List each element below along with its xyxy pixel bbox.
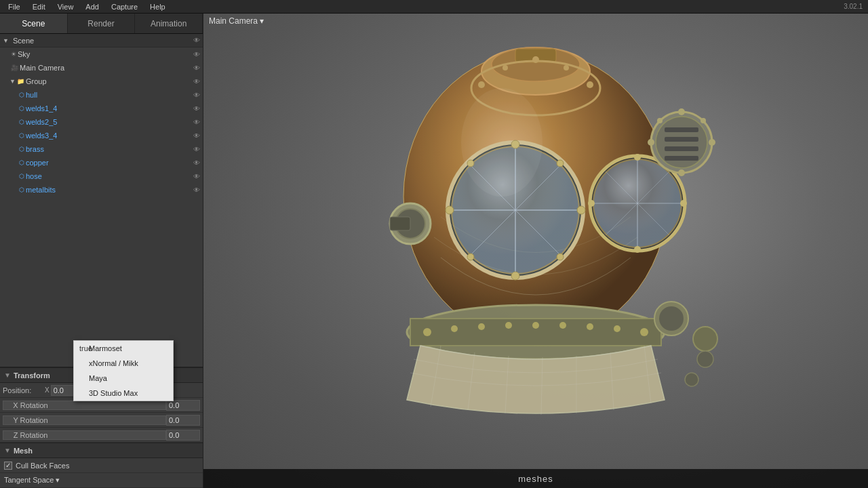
group-eye[interactable]: 👁: [193, 78, 200, 85]
menu-capture[interactable]: Capture: [106, 1, 143, 12]
svg-point-61: [659, 306, 684, 331]
z-rotation-slider[interactable]: Z Rotation: [3, 430, 166, 440]
svg-point-30: [634, 154, 641, 161]
hose-eye[interactable]: 👁: [193, 173, 200, 180]
tree-item-sky[interactable]: ☀ Sky 👁: [0, 47, 203, 61]
metalbits-icon: ⬡: [19, 186, 24, 193]
tree-item-brass[interactable]: ⬡ brass 👁: [0, 142, 203, 156]
sky-label: Sky: [18, 50, 30, 58]
svg-point-6: [587, 81, 593, 88]
svg-point-64: [685, 373, 698, 386]
menu-add[interactable]: Add: [80, 1, 104, 12]
viewport[interactable]: Main Camera ▾: [203, 14, 868, 488]
mesh-section: ▼ Mesh Cull Back Faces Tangent Space ▾: [0, 443, 203, 488]
menu-edit[interactable]: Edit: [27, 1, 51, 12]
group-label: Group: [26, 77, 47, 85]
svg-point-43: [709, 139, 715, 146]
y-rotation-input[interactable]: [166, 415, 200, 426]
tree-item-welds3[interactable]: ⬡ welds3_4 👁: [0, 129, 203, 142]
welds1-icon: ⬡: [19, 105, 24, 112]
statusbar: meshes: [203, 469, 868, 488]
svg-point-44: [657, 118, 663, 123]
svg-point-54: [505, 322, 512, 329]
copper-icon: ⬡: [19, 159, 24, 166]
cull-back-faces-row[interactable]: Cull Back Faces: [0, 458, 203, 473]
menu-file[interactable]: File: [3, 1, 26, 12]
y-rotation-label: Y Rotation: [3, 416, 58, 424]
welds1-eye[interactable]: 👁: [193, 105, 200, 113]
copper-eye[interactable]: 👁: [193, 159, 200, 167]
menubar: File Edit View Add Capture Help 3.02.1: [0, 0, 868, 14]
tree-item-hose[interactable]: ⬡ hose 👁: [0, 169, 203, 183]
marmoset-label: Marmoset: [89, 344, 122, 352]
status-text: meshes: [518, 474, 553, 484]
svg-rect-48: [390, 217, 410, 230]
scene-tree-header[interactable]: ▼ Scene 👁: [0, 34, 203, 47]
svg-point-8: [502, 65, 508, 70]
left-panel: Scene Render Animation ▼ Scene 👁 ☀ Sky 👁: [0, 14, 203, 488]
copper-label: copper: [26, 159, 49, 167]
camera-icon: 🎥: [11, 64, 18, 71]
menu-view[interactable]: View: [52, 1, 79, 12]
tabs-bar: Scene Render Animation: [0, 14, 203, 34]
transform-title: Transform: [14, 371, 50, 380]
metalbits-eye[interactable]: 👁: [193, 186, 200, 194]
svg-rect-37: [665, 137, 698, 142]
metalbits-label: metalbits: [26, 186, 56, 194]
app-version: 3.02.1: [844, 3, 863, 10]
group-icon: 📁: [17, 78, 24, 85]
y-rotation-slider[interactable]: Y Rotation: [3, 415, 166, 425]
welds1-label: welds1_4: [26, 104, 57, 113]
svg-point-55: [532, 322, 539, 329]
camera-eye[interactable]: 👁: [193, 64, 200, 72]
svg-rect-39: [665, 156, 698, 161]
hull-mesh-icon: ⬡: [19, 92, 24, 98]
svg-point-52: [451, 325, 458, 332]
tree-item-group[interactable]: ▼ 📁 Group 👁: [0, 75, 203, 88]
cull-back-faces-label: Cull Back Faces: [16, 462, 69, 470]
z-rotation-input[interactable]: [166, 430, 200, 441]
svg-point-40: [678, 108, 685, 115]
brass-eye[interactable]: 👁: [193, 146, 200, 153]
x-axis-label: X: [45, 386, 50, 394]
svg-rect-36: [665, 127, 698, 132]
svg-point-33: [680, 200, 687, 207]
hull-eye[interactable]: 👁: [193, 92, 200, 99]
sky-icon: ☀: [11, 51, 16, 58]
mesh-header[interactable]: ▼ Mesh: [0, 443, 203, 458]
scene-eye-icon: 👁: [193, 37, 200, 44]
tab-animation[interactable]: Animation: [135, 14, 203, 33]
svg-point-65: [461, 88, 542, 197]
welds2-eye[interactable]: 👁: [193, 119, 200, 126]
svg-point-21: [557, 160, 564, 167]
tab-render[interactable]: Render: [68, 14, 136, 33]
x-rotation-slider[interactable]: X Rotation: [3, 401, 166, 410]
helmet-svg: [305, 20, 766, 481]
cull-back-faces-checkbox[interactable]: [4, 462, 12, 470]
welds3-eye[interactable]: 👁: [193, 132, 200, 140]
brass-label: brass: [26, 145, 44, 153]
svg-point-56: [559, 322, 566, 329]
mesh-title: Mesh: [14, 447, 33, 455]
tab-scene[interactable]: Scene: [0, 14, 68, 33]
svg-point-5: [478, 81, 485, 88]
tree-item-metalbits[interactable]: ⬡ metalbits 👁: [0, 183, 203, 197]
svg-point-7: [532, 56, 539, 63]
menu-help[interactable]: Help: [144, 1, 171, 12]
sky-eye[interactable]: 👁: [193, 51, 200, 58]
dropdown-item-xnormal[interactable]: xNormal / Mikk: [74, 356, 173, 371]
tree-item-copper[interactable]: ⬡ copper 👁: [0, 156, 203, 169]
tree-item-welds1[interactable]: ⬡ welds1_4 👁: [0, 102, 203, 115]
tree-item-camera[interactable]: 🎥 Main Camera 👁: [0, 61, 203, 75]
dropdown-item-3dsmax[interactable]: 3D Studio Max: [74, 386, 173, 401]
transform-collapse-icon: ▼: [4, 371, 11, 379]
dropdown-item-maya[interactable]: Maya: [74, 371, 173, 386]
dropdown-item-marmoset[interactable]: true Marmoset: [74, 341, 173, 356]
tree-item-welds2[interactable]: ⬡ welds2_5 👁: [0, 115, 203, 129]
helmet-render-area: [203, 14, 868, 488]
hull-label: hull: [26, 91, 37, 99]
tree-item-hull[interactable]: ⬡ hull 👁: [0, 88, 203, 102]
svg-point-41: [678, 169, 685, 176]
brass-icon: ⬡: [19, 146, 24, 152]
xnormal-label: xNormal / Mikk: [89, 359, 138, 367]
